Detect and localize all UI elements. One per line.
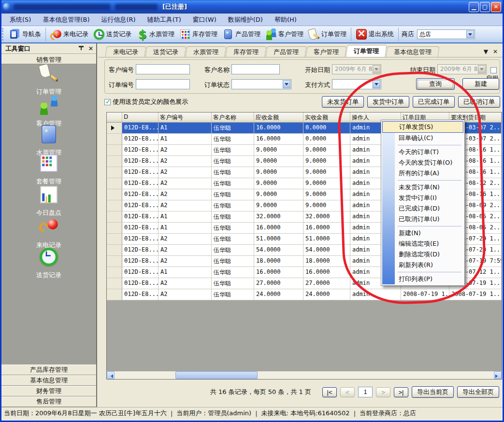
chevron-down-icon[interactable]: [478, 65, 486, 73]
menu-item[interactable]: 基本信息管理(B): [37, 14, 95, 26]
export-all-pages-button[interactable]: 导出全部页: [457, 386, 499, 398]
close-icon[interactable]: ✕: [87, 45, 94, 52]
status-filter-button[interactable]: 发货中订单: [367, 96, 409, 108]
toolbar-button[interactable]: 退出系统: [353, 28, 396, 41]
grid-column-header[interactable]: 实收金额: [303, 113, 350, 123]
menu-item[interactable]: 帮助(H): [269, 14, 302, 26]
sidebar-item-2[interactable]: 客户管理: [1, 99, 96, 128]
context-menu-item[interactable]: 发货中订单(I): [382, 193, 463, 203]
toolbar-button[interactable]: 库存管理: [177, 28, 220, 41]
sidebar-section[interactable]: 基本信息管理: [1, 375, 96, 386]
tab-基本信息管理[interactable]: 基本信息管理: [386, 46, 439, 57]
shop-select[interactable]: 总店: [417, 29, 475, 39]
pay-method-select[interactable]: [332, 79, 381, 89]
context-menu-item[interactable]: 所有的订单(A): [382, 168, 463, 179]
menu-item[interactable]: 系统(S): [4, 14, 37, 26]
menu-item[interactable]: 数据维护(D): [222, 14, 269, 26]
chevron-down-icon[interactable]: [466, 30, 474, 38]
toolbar-button[interactable]: 导航条: [7, 28, 43, 41]
scroll-left-icon[interactable]: [107, 371, 115, 379]
color-checkbox[interactable]: [104, 98, 113, 106]
menu-item[interactable]: 运行信息(R): [95, 14, 141, 26]
context-menu-item[interactable]: 打印列表(P): [382, 274, 463, 284]
toolbar-button[interactable]: 水票管理: [134, 28, 177, 41]
status-filter-button[interactable]: 已完成订单: [413, 96, 455, 108]
export-current-page-button[interactable]: 导出当前页: [412, 386, 454, 398]
sidebar-item-1[interactable]: 订单管理: [1, 68, 96, 96]
grid-column-header[interactable]: D: [122, 113, 158, 123]
scrollbar-thumb[interactable]: [175, 371, 258, 379]
menu-item[interactable]: 辅助工具(T): [142, 14, 187, 26]
context-menu-item[interactable]: 删除选定项(D): [382, 249, 463, 260]
order-no-input[interactable]: [136, 79, 190, 89]
sidebar-section[interactable]: 产品库存管理: [1, 365, 96, 375]
enable-checkbox[interactable]: [490, 65, 497, 74]
start-date-picker[interactable]: 2009年 6月 8日: [332, 64, 381, 74]
next-page-button[interactable]: >: [376, 387, 390, 397]
toolbar-button[interactable]: 产品管理: [220, 28, 263, 41]
table-row[interactable]: 012D-E8...A2伍华聪24.000024.0000admin2008-0…: [107, 289, 502, 300]
shop-label: 商店: [402, 30, 414, 39]
tab-订单管理[interactable]: 订单管理: [346, 45, 387, 57]
sidebar-section[interactable]: 财务管理: [1, 386, 96, 396]
tab-产品管理[interactable]: 产品管理: [265, 46, 306, 57]
scroll-right-icon[interactable]: [494, 371, 502, 379]
tab-库存管理[interactable]: 库存管理: [225, 46, 266, 57]
chevron-down-icon[interactable]: [373, 65, 380, 73]
grid-column-header[interactable]: 应收金额: [254, 113, 303, 123]
close-button[interactable]: ✕: [491, 2, 501, 12]
toolbar-grip[interactable]: [2, 28, 5, 41]
sidebar-item-3[interactable]: 水票管理: [1, 128, 96, 157]
toolbar-button[interactable]: 来电记录: [48, 28, 91, 41]
context-menu-item[interactable]: 已完成订单(D): [382, 203, 463, 214]
grid-column-header[interactable]: 客户名称: [212, 113, 254, 123]
context-menu-item[interactable]: 已取消订单(U): [382, 214, 463, 225]
last-page-button[interactable]: >|: [394, 387, 408, 397]
grid-column-header[interactable]: 客户编号: [158, 113, 212, 123]
maximize-button[interactable]: ▢: [480, 2, 490, 12]
sidebar-item-6[interactable]: 来电记录: [1, 221, 96, 250]
tab-送货记录[interactable]: 送货记录: [145, 46, 186, 57]
menu-item[interactable]: 窗口(W): [187, 14, 222, 26]
page-number-input[interactable]: [358, 387, 373, 397]
customer-name-input[interactable]: [231, 64, 280, 74]
filter-group: 客户编号 客户名称 开始日期 2009年 6月 8日 结束日期 2009年 6月…: [104, 59, 500, 94]
chevron-down-icon[interactable]: [373, 80, 380, 88]
table-cell: [107, 145, 122, 156]
context-menu-item[interactable]: 编辑选定项(E): [382, 239, 463, 249]
chevron-down-icon[interactable]: [283, 80, 290, 88]
tab-客户管理[interactable]: 客户管理: [305, 46, 346, 57]
status-filter-button[interactable]: 已取消订单: [458, 96, 500, 108]
new-button[interactable]: 新建: [462, 78, 499, 90]
tab-来电记录[interactable]: 来电记录: [105, 46, 146, 57]
minimize-button[interactable]: ▁: [469, 2, 479, 12]
tab-list-dropdown-icon[interactable]: ▼: [484, 48, 488, 55]
toolbar-button[interactable]: 客户管理: [263, 28, 306, 41]
toolbar-button[interactable]: 送货记录: [91, 28, 134, 41]
tab-水票管理[interactable]: 水票管理: [185, 46, 226, 57]
prev-page-button[interactable]: <: [340, 387, 355, 397]
sidebar-item-7[interactable]: 送货记录: [1, 251, 96, 280]
sidebar-section[interactable]: 售后管理: [1, 396, 96, 407]
context-menu-item[interactable]: 未发货订单(N): [382, 182, 463, 193]
grid-column-header[interactable]: [107, 113, 122, 123]
sidebar-item-5[interactable]: 今日盘点: [1, 189, 96, 217]
context-menu-item[interactable]: 今天的订单(T): [382, 147, 463, 157]
pin-icon[interactable]: [78, 45, 85, 52]
context-menu-item[interactable]: 今天的发货订单(O): [382, 157, 463, 168]
horizontal-scrollbar[interactable]: [107, 371, 502, 379]
context-menu-item[interactable]: 刷新列表(R): [382, 260, 463, 270]
query-button[interactable]: 查询: [416, 78, 455, 90]
status-filter-button[interactable]: 未发货订单: [322, 96, 364, 108]
context-menu-item[interactable]: 回单确认(C): [382, 133, 463, 143]
context-menu-item[interactable]: 订单发货(S): [382, 121, 463, 133]
context-menu-item[interactable]: 新建(N): [382, 228, 463, 239]
sidebar-item-4[interactable]: 套餐管理: [1, 157, 96, 186]
toolbar-button[interactable]: 订单管理: [306, 28, 349, 41]
end-date-picker[interactable]: 2009年 6月 8日: [437, 64, 487, 74]
order-status-select[interactable]: [231, 79, 291, 89]
sidebar-section-sales[interactable]: 销售管理: [1, 54, 96, 64]
first-page-button[interactable]: |<: [322, 387, 337, 397]
tab-close-icon[interactable]: ✕: [493, 48, 498, 55]
customer-no-input[interactable]: [136, 64, 190, 74]
